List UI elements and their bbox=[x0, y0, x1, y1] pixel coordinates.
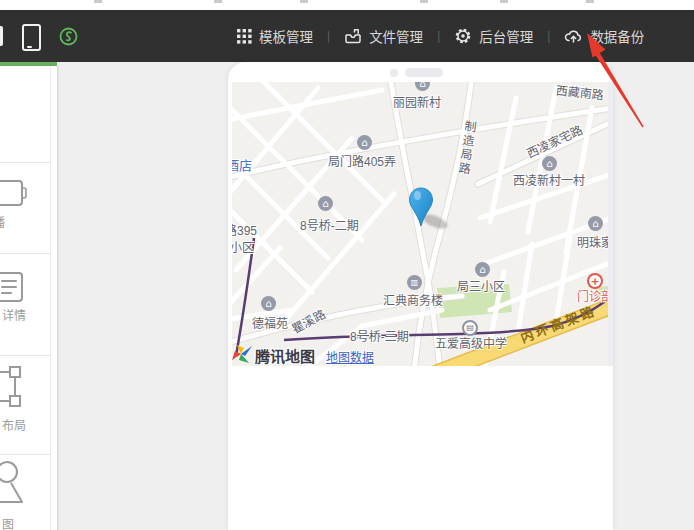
cloud-upload-icon bbox=[564, 27, 583, 45]
phone-speaker bbox=[405, 68, 443, 77]
sidebar-separator bbox=[0, 253, 51, 254]
map-label: 8号桥-二期 bbox=[300, 216, 359, 233]
map-label: 小区 bbox=[232, 238, 254, 255]
map-label: 丽园新村 bbox=[393, 93, 441, 110]
gear-icon bbox=[454, 27, 472, 45]
map-label: 西凌新村一村 bbox=[513, 171, 585, 188]
grid-icon bbox=[237, 29, 252, 44]
sidebar-item-layout[interactable]: 布局 bbox=[2, 416, 26, 433]
poi-building-icon bbox=[407, 275, 422, 290]
mobile-preview-frame: 丽园新村 西藏南路 制造局路 西凌家宅路 西凌新村一村 明珠家园 局门路405弄… bbox=[228, 62, 613, 530]
sidebar-item-map[interactable]: 图 bbox=[2, 515, 14, 530]
topbar-menu: 模板管理 | 文件管理 | bbox=[237, 10, 644, 62]
menu-separator: | bbox=[547, 29, 550, 43]
clipped-device-icon bbox=[0, 26, 3, 46]
map-label: 8号桥-三期 bbox=[350, 327, 409, 344]
tencent-map-widget[interactable]: 丽园新村 西藏南路 制造局路 西凌家宅路 西凌新村一村 明珠家园 局门路405弄… bbox=[232, 82, 608, 366]
map-label: 局门路405弄 bbox=[328, 152, 396, 169]
menu-separator: | bbox=[437, 29, 440, 43]
menu-template-manage[interactable]: 模板管理 bbox=[237, 26, 313, 46]
app-screen: 模板管理 | 文件管理 | bbox=[0, 0, 694, 530]
sidebar-item-carousel[interactable]: 播 bbox=[0, 213, 5, 230]
tencent-map-logo bbox=[232, 343, 252, 365]
file-icon bbox=[344, 27, 362, 45]
carousel-icon[interactable] bbox=[0, 178, 28, 208]
menu-data-backup[interactable]: 数据备份 bbox=[564, 26, 644, 46]
menu-file-manage[interactable]: 文件管理 bbox=[344, 26, 423, 46]
map-data-link[interactable]: 地图数据 bbox=[326, 348, 374, 365]
map-person-icon[interactable] bbox=[0, 458, 30, 506]
poi-home-icon bbox=[357, 135, 372, 150]
detail-doc-icon[interactable] bbox=[0, 271, 26, 303]
poi-home-icon bbox=[475, 262, 490, 277]
menu-label: 数据备份 bbox=[590, 26, 644, 46]
sidebar-item-detail[interactable]: 详情 bbox=[2, 306, 26, 323]
widget-sidebar: 播 详情 布局 图 bbox=[0, 66, 58, 530]
menu-backend-manage[interactable]: 后台管理 bbox=[454, 26, 533, 46]
preview-scroll-strip[interactable] bbox=[608, 82, 613, 366]
poi-home-icon bbox=[261, 296, 276, 311]
map-label-hotel: 酒店 bbox=[232, 155, 252, 174]
sidebar-divider bbox=[50, 66, 51, 530]
phone-camera-dot bbox=[390, 69, 398, 77]
browser-edge-artifacts bbox=[0, 0, 694, 10]
map-label: 汇典商务楼 bbox=[383, 291, 443, 308]
menu-label: 后台管理 bbox=[479, 26, 533, 46]
poi-home-icon bbox=[318, 196, 333, 211]
menu-separator: | bbox=[327, 29, 330, 43]
map-marker-pin bbox=[408, 186, 434, 230]
link-icon[interactable] bbox=[59, 27, 78, 46]
map-label: 路395 bbox=[232, 221, 257, 238]
map-label: 明珠家园 bbox=[577, 233, 608, 250]
sidebar-separator bbox=[0, 454, 51, 455]
mobile-preview-icon[interactable] bbox=[22, 24, 41, 51]
map-label: 五爱高级中学 bbox=[435, 334, 507, 351]
layout-flow-icon[interactable] bbox=[0, 364, 30, 410]
sidebar-separator bbox=[0, 162, 51, 163]
sidebar-separator bbox=[0, 355, 51, 356]
map-brand-text: 腾讯地图 bbox=[255, 345, 315, 366]
menu-label: 模板管理 bbox=[259, 26, 313, 46]
menu-label: 文件管理 bbox=[369, 26, 423, 46]
poi-home-icon bbox=[588, 216, 603, 231]
map-label: 德福苑 bbox=[252, 314, 288, 331]
poi-home-icon bbox=[542, 156, 557, 171]
editor-topbar: 模板管理 | 文件管理 | bbox=[0, 10, 694, 62]
map-label: 局三小区 bbox=[457, 277, 505, 294]
